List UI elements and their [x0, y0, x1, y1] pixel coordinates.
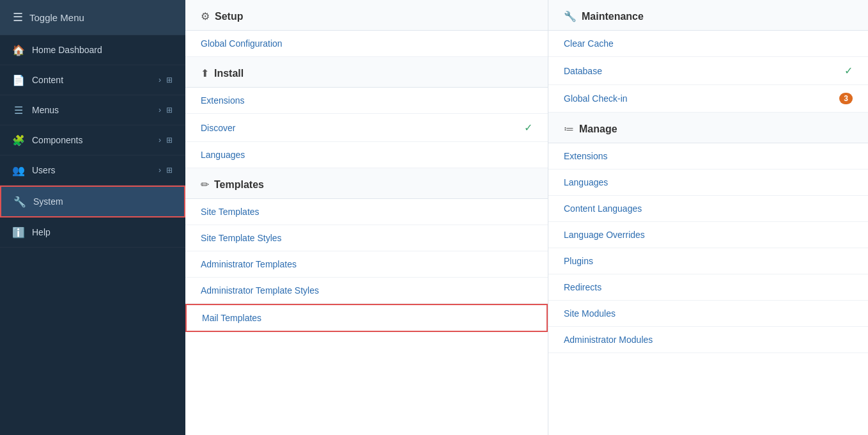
toggle-menu-label: Toggle Menu	[29, 12, 84, 23]
sidebar-item-system[interactable]: 🔧 System	[0, 186, 185, 217]
section-header-maintenance: 🔧 Maintenance	[548, 0, 868, 31]
link-extensions-install[interactable]: Extensions	[201, 95, 244, 106]
link-administrator-template-styles[interactable]: Administrator Template Styles	[201, 285, 319, 296]
link-plugins[interactable]: Plugins	[564, 256, 593, 266]
nav-label-users: Users	[32, 165, 56, 175]
menu-item-content-languages[interactable]: Content Languages	[548, 196, 868, 222]
link-redirects[interactable]: Redirects	[564, 282, 601, 292]
menu-item-extensions-manage[interactable]: Extensions	[548, 143, 868, 170]
nav-icon-components: 🧩	[13, 134, 24, 146]
sidebar-item-home[interactable]: 🏠 Home Dashboard	[0, 35, 185, 65]
nav-icon-content: 📄	[13, 74, 24, 86]
nav-arrow-menus: ›	[159, 106, 161, 115]
menu-item-administrator-templates[interactable]: Administrator Templates	[185, 251, 548, 278]
nav-icon-users: 👥	[13, 164, 24, 176]
section-icon-maintenance: 🔧	[564, 10, 577, 22]
section-title-maintenance: Maintenance	[582, 11, 644, 22]
menu-item-site-modules[interactable]: Site Modules	[548, 301, 868, 327]
nav-icon-home: 🏠	[13, 44, 24, 56]
sidebar-item-components[interactable]: 🧩 Components › ⊞	[0, 125, 185, 155]
link-content-languages[interactable]: Content Languages	[564, 203, 642, 214]
nav-grid-components: ⊞	[166, 136, 173, 145]
section-header-setup: ⚙ Setup	[185, 0, 548, 31]
section-icon-manage: ≔	[564, 123, 574, 135]
menu-item-administrator-modules[interactable]: Administrator Modules	[548, 327, 868, 353]
nav-arrow-components: ›	[159, 136, 161, 145]
section-title-setup: Setup	[215, 11, 243, 22]
section-icon-templates: ✏	[201, 178, 209, 191]
section-header-templates: ✏ Templates	[185, 168, 548, 199]
link-site-modules[interactable]: Site Modules	[564, 308, 616, 319]
toggle-menu-icon: ☰	[13, 10, 23, 24]
toggle-menu-button[interactable]: ☰ Toggle Menu	[0, 0, 185, 35]
nav-arrow-users: ›	[159, 166, 161, 175]
section-title-manage: Manage	[579, 123, 617, 135]
check-icon-discover: ✓	[524, 122, 532, 134]
nav-label-help: Help	[32, 227, 50, 237]
link-administrator-modules[interactable]: Administrator Modules	[564, 335, 653, 345]
nav-grid-menus: ⊞	[166, 106, 173, 115]
section-header-manage: ≔ Manage	[548, 113, 868, 143]
link-mail-templates[interactable]: Mail Templates	[202, 313, 261, 323]
menu-item-mail-templates[interactable]: Mail Templates	[185, 304, 548, 332]
nav-label-system: System	[33, 196, 63, 207]
sidebar: ☰ Toggle Menu 🏠 Home Dashboard 📄 Content…	[0, 0, 185, 435]
menu-item-global-config[interactable]: Global Configuration	[185, 31, 548, 57]
section-header-install: ⬆ Install	[185, 57, 548, 88]
nav-arrow-content: ›	[159, 75, 161, 84]
badge-global-checkin: 3	[839, 93, 853, 104]
nav-label-home: Home Dashboard	[32, 45, 102, 55]
nav-label-content: Content	[32, 75, 63, 85]
menu-item-extensions-install[interactable]: Extensions	[185, 88, 548, 114]
nav-icon-menus: ☰	[13, 104, 24, 116]
link-extensions-manage[interactable]: Extensions	[564, 151, 607, 161]
section-icon-setup: ⚙	[201, 10, 210, 22]
sidebar-item-content[interactable]: 📄 Content › ⊞	[0, 65, 185, 95]
menu-item-discover[interactable]: Discover ✓	[185, 114, 548, 142]
menu-item-redirects[interactable]: Redirects	[548, 274, 868, 301]
nav-label-menus: Menus	[32, 105, 59, 115]
menu-item-database[interactable]: Database ✓	[548, 57, 868, 85]
link-clear-cache[interactable]: Clear Cache	[564, 38, 614, 49]
link-language-overrides[interactable]: Language Overrides	[564, 230, 645, 240]
section-title-install: Install	[214, 68, 244, 79]
link-discover[interactable]: Discover	[201, 123, 235, 133]
section-title-templates: Templates	[214, 179, 264, 191]
nav-icon-system: 🔧	[14, 196, 26, 207]
main-content: ⚙ Setup Global Configuration ⬆ Install E…	[185, 0, 868, 435]
link-global-config[interactable]: Global Configuration	[201, 38, 283, 49]
sidebar-nav: 🏠 Home Dashboard 📄 Content › ⊞ ☰ Menus ›…	[0, 35, 185, 248]
link-global-checkin[interactable]: Global Check-in	[564, 93, 628, 104]
sidebar-item-menus[interactable]: ☰ Menus › ⊞	[0, 95, 185, 125]
link-languages[interactable]: Languages	[201, 150, 245, 160]
section-icon-install: ⬆	[201, 67, 209, 79]
menu-item-site-templates[interactable]: Site Templates	[185, 199, 548, 225]
link-administrator-templates[interactable]: Administrator Templates	[201, 259, 297, 269]
menu-item-languages-manage[interactable]: Languages	[548, 170, 868, 196]
check-icon-database: ✓	[844, 65, 853, 77]
sidebar-item-help[interactable]: ℹ️ Help	[0, 217, 185, 248]
link-site-template-styles[interactable]: Site Template Styles	[201, 233, 282, 243]
sidebar-item-users[interactable]: 👥 Users › ⊞	[0, 155, 185, 186]
link-site-templates[interactable]: Site Templates	[201, 207, 260, 217]
right-panel: 🔧 Maintenance Clear Cache Database ✓ Glo…	[548, 0, 868, 435]
link-database[interactable]: Database	[564, 66, 602, 76]
menu-item-language-overrides[interactable]: Language Overrides	[548, 222, 868, 248]
nav-grid-users: ⊞	[166, 166, 173, 175]
left-panel: ⚙ Setup Global Configuration ⬆ Install E…	[185, 0, 548, 435]
menu-item-administrator-template-styles[interactable]: Administrator Template Styles	[185, 278, 548, 304]
menu-item-site-template-styles[interactable]: Site Template Styles	[185, 225, 548, 251]
menu-item-clear-cache[interactable]: Clear Cache	[548, 31, 868, 57]
nav-label-components: Components	[32, 135, 82, 145]
menu-item-languages[interactable]: Languages	[185, 142, 548, 168]
nav-icon-help: ℹ️	[13, 226, 24, 238]
menu-item-plugins[interactable]: Plugins	[548, 248, 868, 274]
link-languages-manage[interactable]: Languages	[564, 177, 608, 187]
nav-grid-content: ⊞	[166, 75, 173, 84]
menu-item-global-checkin[interactable]: Global Check-in 3	[548, 85, 868, 113]
